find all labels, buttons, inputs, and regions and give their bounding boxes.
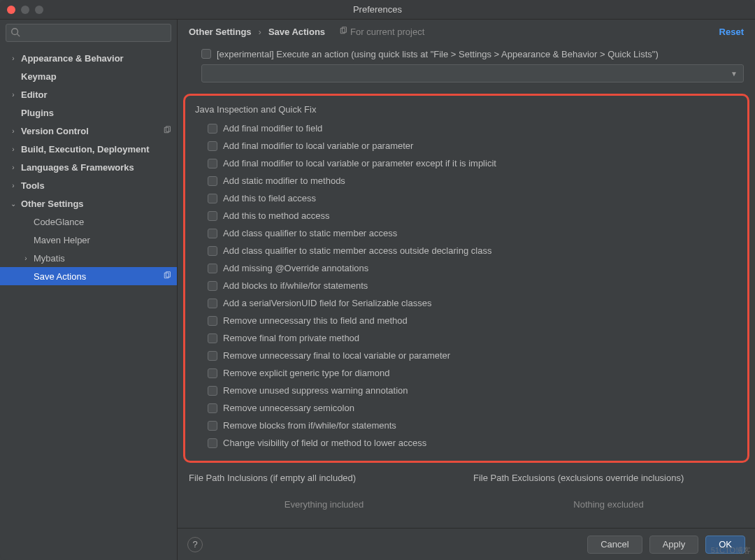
sidebar: ›Appearance & Behavior›Keymap›Editor›Plu… [0,20,178,560]
checkbox-icon[interactable] [208,159,217,168]
inspection-label: Add this to method access [223,210,329,221]
inspection-checkbox-row[interactable]: Add final modifier to local variable or … [208,155,740,171]
inspection-label: Remove unused suppress warning annotatio… [223,385,408,396]
inspection-label: Add blocks to if/while/for statements [223,280,368,291]
sidebar-item-tools[interactable]: ›Tools [0,176,177,194]
inspection-checkbox-row[interactable]: Remove unused suppress warning annotatio… [208,382,740,399]
chevron-icon: › [10,127,17,135]
preferences-window: Preferences ›Appearance & Behavior›Keyma… [0,0,755,560]
checkbox-icon[interactable] [208,141,217,151]
inspection-checkbox-row[interactable]: Add class qualifier to static member acc… [208,243,740,259]
inspection-label: Add static modifier to methods [223,175,345,186]
help-button[interactable]: ? [187,537,203,552]
sidebar-item-label: Build, Execution, Deployment [21,144,177,155]
sidebar-item-maven-helper[interactable]: ›Maven Helper [0,231,177,249]
exclusions-title: File Path Exclusions (exclusions overrid… [473,473,744,483]
sidebar-item-languages-frameworks[interactable]: ›Languages & Frameworks [0,158,177,176]
checkbox-icon[interactable] [208,351,217,361]
checkbox-icon[interactable] [208,124,217,134]
inspection-checkbox-row[interactable]: Add a serialVersionUID field for Seriali… [208,295,740,311]
sidebar-item-codeglance[interactable]: ›CodeGlance [0,213,177,231]
inspection-label: Add a serialVersionUID field for Seriali… [223,298,431,308]
project-scope-icon [163,271,177,282]
inspection-label: Remove unnecessary final to local variab… [223,350,450,361]
settings-body[interactable]: [experimental] Execute an action (using … [178,43,755,528]
svg-point-0 [12,28,18,34]
checkbox-icon[interactable] [208,299,217,308]
chevron-icon: › [10,145,17,153]
checkbox-icon[interactable] [208,281,217,291]
ok-button[interactable]: OK [705,536,745,554]
sidebar-item-build-execution-deployment[interactable]: ›Build, Execution, Deployment [0,140,177,158]
reset-link[interactable]: Reset [719,27,744,37]
inspection-checkbox-row[interactable]: Add blocks to if/while/for statements [208,278,740,294]
checkbox-icon[interactable] [208,176,217,186]
inspection-checkbox-row[interactable]: Remove blocks from if/while/for statemen… [208,417,740,433]
sidebar-item-mybatis[interactable]: ›Mybatis [0,249,177,267]
inspection-label: Remove final from private method [223,333,359,343]
sidebar-search-row [0,20,177,46]
apply-button[interactable]: Apply [649,536,699,554]
header-row: Other Settings › Save Actions For curren… [178,20,755,43]
settings-tree[interactable]: ›Appearance & Behavior›Keymap›Editor›Plu… [0,46,177,560]
inspection-checkbox-row[interactable]: Remove unnecessary semicolon [208,400,740,416]
traffic-lights [7,6,43,14]
search-input[interactable] [23,28,166,38]
checkbox-icon[interactable] [208,211,217,221]
sidebar-item-label: Maven Helper [34,235,177,245]
inspection-checkbox-row[interactable]: Add final modifier to local variable or … [208,138,740,154]
inspection-checkbox-row[interactable]: Add static modifier to methods [208,173,740,189]
checkbox-icon[interactable] [201,49,211,59]
exclusions-column: File Path Exclusions (exclusions overrid… [473,473,744,525]
sidebar-item-plugins[interactable]: ›Plugins [0,103,177,122]
inspection-checkbox-row[interactable]: Add this to field access [208,190,740,206]
checkbox-icon[interactable] [208,368,217,378]
checkbox-icon[interactable] [208,421,217,431]
java-inspection-group: Java Inspection and Quick Fix Add final … [183,94,749,463]
checkbox-icon[interactable] [208,386,217,396]
checkbox-icon[interactable] [208,194,217,203]
sidebar-item-other-settings[interactable]: ⌄Other Settings [0,194,177,213]
exclusions-body: Nothing excluded [473,483,744,525]
inspection-label: Add final modifier to local variable or … [223,158,496,168]
sidebar-search[interactable] [6,24,171,42]
checkbox-icon[interactable] [208,316,217,326]
chevron-icon: › [10,182,17,189]
sidebar-item-label: Save Actions [34,271,163,282]
close-window-button[interactable] [7,6,15,14]
minimize-window-button[interactable] [21,6,29,14]
quick-list-combo[interactable]: ▼ [201,64,744,82]
file-path-row: File Path Inclusions (if empty all inclu… [178,468,755,525]
inspection-checkbox-row[interactable]: Add missing @Override annotations [208,260,740,276]
inspection-checkbox-row[interactable]: Remove final from private method [208,330,740,346]
inspection-checkbox-row[interactable]: Add final modifier to field [208,120,740,136]
checkbox-icon[interactable] [208,403,217,413]
inspection-checkbox-row[interactable]: Change visibility of field or method to … [208,435,740,451]
titlebar: Preferences [0,0,755,20]
sidebar-item-appearance-behavior[interactable]: ›Appearance & Behavior [0,49,177,67]
sidebar-item-version-control[interactable]: ›Version Control [0,122,177,140]
breadcrumb-separator: › [259,27,261,37]
sidebar-item-save-actions[interactable]: ›Save Actions [0,267,177,285]
experimental-checkbox-row[interactable]: [experimental] Execute an action (using … [201,46,744,62]
group-title: Java Inspection and Quick Fix [195,104,740,115]
checkbox-icon[interactable] [208,264,217,273]
checkbox-icon[interactable] [208,438,217,448]
sidebar-item-editor[interactable]: ›Editor [0,85,177,103]
checkbox-icon[interactable] [208,246,217,256]
cancel-button[interactable]: Cancel [587,536,642,554]
checkbox-icon[interactable] [208,333,217,343]
inclusions-title: File Path Inclusions (if empty all inclu… [189,473,459,483]
checkbox-icon[interactable] [208,229,217,238]
inspection-label: Add class qualifier to static member acc… [223,245,491,256]
maximize-window-button[interactable] [35,6,43,14]
project-scope-label: For current project [339,27,424,37]
inspection-checkbox-row[interactable]: Remove unnecessary final to local variab… [208,347,740,364]
inspection-checkbox-row[interactable]: Remove explicit generic type for diamond [208,365,740,381]
sidebar-item-keymap[interactable]: ›Keymap [0,67,177,85]
breadcrumb-root[interactable]: Other Settings [189,27,252,37]
chevron-down-icon: ▼ [731,70,738,78]
inspection-checkbox-row[interactable]: Remove unnecessary this to field and met… [208,313,740,329]
inspection-checkbox-row[interactable]: Add class qualifier to static member acc… [208,225,740,241]
inspection-checkbox-row[interactable]: Add this to method access [208,208,740,224]
